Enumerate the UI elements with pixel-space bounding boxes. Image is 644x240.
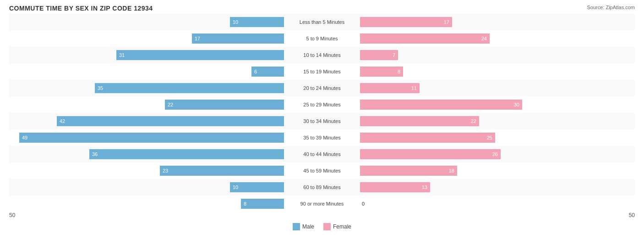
left-section: 22 xyxy=(9,96,284,113)
right-section: 8 xyxy=(360,63,635,80)
left-section: 17 xyxy=(9,30,284,47)
row-label: 90 or more Minutes xyxy=(284,201,360,207)
female-value: 26 xyxy=(492,151,498,157)
right-section: 18 xyxy=(360,162,635,179)
left-section: 8 xyxy=(9,195,284,212)
row-label: 10 to 14 Minutes xyxy=(284,52,360,58)
male-bar: 6 xyxy=(251,67,284,77)
male-bar: 8 xyxy=(241,199,284,209)
table-row: 175 to 9 Minutes24 xyxy=(9,30,635,47)
left-section: 42 xyxy=(9,113,284,129)
male-value: 8 xyxy=(244,201,246,207)
female-bar: 26 xyxy=(360,149,501,159)
chart-title: COMMUTE TIME BY SEX IN ZIP CODE 12934 xyxy=(9,5,635,12)
male-value: 42 xyxy=(60,118,65,124)
male-value: 22 xyxy=(168,102,173,107)
row-label: 20 to 24 Minutes xyxy=(284,85,360,91)
female-value: 0 xyxy=(362,201,365,207)
right-section: 17 xyxy=(360,14,635,30)
left-section: 49 xyxy=(9,129,284,146)
female-value: 18 xyxy=(449,168,454,173)
male-value: 23 xyxy=(163,168,168,173)
row-label: 15 to 19 Minutes xyxy=(284,69,360,74)
female-swatch xyxy=(323,223,331,230)
right-section: 30 xyxy=(360,96,635,113)
female-bar: 11 xyxy=(360,83,420,93)
male-bar: 49 xyxy=(19,133,284,143)
source-text: Source: ZipAtlas.com xyxy=(587,5,635,10)
right-section: 11 xyxy=(360,80,635,96)
female-value: 8 xyxy=(398,69,400,74)
male-bar: 23 xyxy=(160,166,284,176)
rows-area: 10Less than 5 Minutes17175 to 9 Minutes2… xyxy=(9,14,635,212)
left-section: 10 xyxy=(9,14,284,30)
female-bar: 22 xyxy=(360,116,479,126)
male-value: 6 xyxy=(254,69,257,74)
left-section: 35 xyxy=(9,80,284,96)
axis-labels: 50 50 xyxy=(9,212,635,220)
axis-label-left: 50 xyxy=(9,212,15,218)
table-row: 4230 to 34 Minutes22 xyxy=(9,113,635,129)
left-section: 23 xyxy=(9,162,284,179)
right-section: 25 xyxy=(360,129,635,146)
axis-label-right: 50 xyxy=(629,212,635,218)
male-value: 36 xyxy=(92,151,98,157)
right-section: 24 xyxy=(360,30,635,47)
row-label: 5 to 9 Minutes xyxy=(284,36,360,41)
male-value: 49 xyxy=(22,135,27,140)
female-bar: 25 xyxy=(360,133,495,143)
female-bar: 13 xyxy=(360,182,430,192)
female-bar: 17 xyxy=(360,17,452,27)
male-value: 10 xyxy=(233,184,238,190)
left-section: 10 xyxy=(9,179,284,195)
male-bar: 17 xyxy=(192,33,284,44)
row-label: 30 to 34 Minutes xyxy=(284,118,360,124)
row-label: 35 to 39 Minutes xyxy=(284,135,360,140)
row-label: Less than 5 Minutes xyxy=(284,19,360,25)
male-bar: 31 xyxy=(116,50,284,60)
row-label: 40 to 44 Minutes xyxy=(284,151,360,157)
right-section: 26 xyxy=(360,146,635,162)
female-bar: 30 xyxy=(360,100,522,110)
legend-male: Male xyxy=(293,223,314,230)
female-value: 25 xyxy=(487,135,492,140)
table-row: 4935 to 39 Minutes25 xyxy=(9,129,635,146)
table-row: 3640 to 44 Minutes26 xyxy=(9,146,635,162)
male-bar: 22 xyxy=(165,100,284,110)
female-bar: 18 xyxy=(360,166,457,176)
table-row: 3110 to 14 Minutes7 xyxy=(9,47,635,63)
chart-container: COMMUTE TIME BY SEX IN ZIP CODE 12934 So… xyxy=(0,0,644,240)
table-row: 890 or more Minutes0 xyxy=(9,195,635,212)
male-bar: 10 xyxy=(230,182,284,192)
male-bar: 35 xyxy=(95,83,284,93)
male-bar: 36 xyxy=(89,149,284,159)
male-bar: 42 xyxy=(57,116,284,126)
female-value: 24 xyxy=(481,36,487,41)
right-section: 13 xyxy=(360,179,635,195)
left-section: 31 xyxy=(9,47,284,63)
table-row: 3520 to 24 Minutes11 xyxy=(9,80,635,96)
row-label: 45 to 59 Minutes xyxy=(284,168,360,173)
male-value: 17 xyxy=(195,36,200,41)
right-section: 22 xyxy=(360,113,635,129)
table-row: 2345 to 59 Minutes18 xyxy=(9,162,635,179)
female-bar: 24 xyxy=(360,33,490,44)
female-value: 22 xyxy=(471,118,476,124)
row-label: 25 to 29 Minutes xyxy=(284,102,360,107)
male-bar: 10 xyxy=(230,17,284,27)
female-value: 7 xyxy=(393,52,395,58)
female-value: 13 xyxy=(422,184,427,190)
female-value: 30 xyxy=(514,102,519,107)
right-section: 0 xyxy=(360,195,635,212)
male-value: 35 xyxy=(98,85,103,91)
table-row: 1060 to 89 Minutes13 xyxy=(9,179,635,195)
male-value: 31 xyxy=(119,52,125,58)
table-row: 615 to 19 Minutes8 xyxy=(9,63,635,80)
table-row: 10Less than 5 Minutes17 xyxy=(9,14,635,30)
right-section: 7 xyxy=(360,47,635,63)
female-bar: 7 xyxy=(360,50,398,60)
row-label: 60 to 89 Minutes xyxy=(284,184,360,190)
male-swatch xyxy=(293,223,300,230)
female-value: 11 xyxy=(411,85,417,91)
male-value: 10 xyxy=(233,19,238,25)
